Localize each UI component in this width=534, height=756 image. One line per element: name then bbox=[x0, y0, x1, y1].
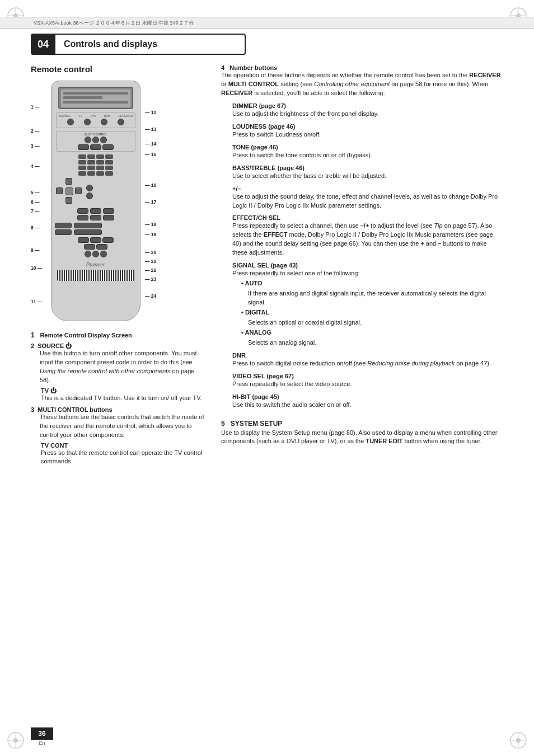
label-5: 5 — bbox=[31, 190, 40, 195]
ff-btn[interactable] bbox=[103, 215, 114, 220]
sys-label: SYS bbox=[91, 114, 96, 118]
remote-labels-left: 1 — 2 — 3 — 4 — 5 — 6 — 7 — 8 — 9 — 10 —… bbox=[31, 81, 46, 321]
side-btn-2[interactable] bbox=[86, 192, 93, 199]
corner-decoration-bl bbox=[4, 729, 27, 752]
tv-vcr-btn[interactable] bbox=[92, 137, 99, 143]
vcr2-btn[interactable] bbox=[85, 137, 91, 143]
video-btn[interactable] bbox=[100, 137, 107, 143]
source-btn[interactable] bbox=[67, 119, 74, 125]
num-btn-15[interactable] bbox=[96, 171, 104, 176]
label-4: 4 — bbox=[31, 163, 40, 169]
signal-sel-bullets: • AUTO If there are analog and digital s… bbox=[232, 279, 503, 348]
dnr-heading: DNR bbox=[232, 352, 503, 359]
remote-screen bbox=[58, 87, 133, 109]
tvcont-subitem-title: TV CONT bbox=[41, 442, 204, 449]
tv-vol-up[interactable] bbox=[55, 223, 72, 228]
tv-label: TV bbox=[79, 114, 82, 118]
dpad-left[interactable] bbox=[56, 187, 63, 194]
tone-heading: TONE (page 46) bbox=[232, 144, 503, 151]
num-btn-10[interactable] bbox=[87, 166, 95, 170]
num-btn-2[interactable] bbox=[87, 154, 95, 159]
dpad-center[interactable] bbox=[65, 187, 73, 195]
tv-btn[interactable] bbox=[84, 119, 91, 125]
sys-btn[interactable] bbox=[101, 119, 107, 125]
surround-btn[interactable] bbox=[84, 244, 95, 250]
play-btn[interactable] bbox=[90, 208, 101, 214]
remote-body: SOURCE TV SYS NAM RECEIVER MU bbox=[51, 81, 140, 321]
num-btn-1[interactable] bbox=[78, 154, 86, 159]
num-btn-16[interactable] bbox=[105, 171, 113, 176]
next-btn[interactable] bbox=[103, 208, 114, 214]
vol-up[interactable] bbox=[74, 223, 102, 228]
main-vol-area bbox=[74, 223, 102, 235]
item-4-header: 4 Number buttons bbox=[221, 64, 503, 71]
corner-decoration-br bbox=[507, 729, 530, 752]
num-btn-11[interactable] bbox=[96, 166, 104, 170]
receiver-btn[interactable] bbox=[118, 119, 124, 125]
chapter-tab: 04 Controls and displays bbox=[31, 34, 246, 55]
mute-btn[interactable] bbox=[102, 237, 114, 243]
multi-control-label: MULTI CONTROL bbox=[59, 133, 133, 136]
dpad-right[interactable] bbox=[75, 187, 82, 194]
dpad-up[interactable] bbox=[65, 178, 72, 185]
remote-setup-btn[interactable] bbox=[96, 244, 107, 250]
num-btn-3[interactable] bbox=[96, 154, 104, 159]
tv-vol-dn[interactable] bbox=[55, 229, 72, 235]
num-grid-2 bbox=[78, 166, 113, 176]
extra-btn-1[interactable] bbox=[85, 251, 91, 257]
rew-btn[interactable] bbox=[77, 215, 88, 220]
tone-text: Press to switch the tone controls on or … bbox=[232, 151, 503, 160]
num-btn-4[interactable] bbox=[105, 154, 113, 159]
num-btn-8[interactable] bbox=[105, 160, 113, 165]
label-17: — 17 bbox=[145, 199, 156, 205]
auto-text: If there are analog and digital signals … bbox=[241, 289, 503, 307]
vcr-btn[interactable] bbox=[78, 144, 89, 150]
num-btn-13[interactable] bbox=[78, 171, 86, 176]
num-btn-6[interactable] bbox=[87, 160, 95, 165]
effect-ch-sel-text: Press repeatedly to select a channel, th… bbox=[232, 222, 503, 257]
num-btn-9[interactable] bbox=[78, 166, 86, 170]
label-10: 10 — bbox=[31, 265, 42, 271]
desc-title-1: Remote Control Display Screen bbox=[40, 332, 132, 339]
mode-row-2 bbox=[55, 244, 137, 250]
mode-btn-1[interactable] bbox=[78, 237, 89, 243]
num-btn-14[interactable] bbox=[87, 171, 95, 176]
label-6: 6 — bbox=[31, 199, 40, 205]
hi-bit-heading: HI-BIT (page 45) bbox=[232, 393, 503, 400]
dpad-down[interactable] bbox=[65, 197, 72, 204]
label-22: — 22 bbox=[145, 267, 156, 273]
num-btn-12[interactable] bbox=[105, 166, 113, 170]
left-column: Remote control 1 — 2 — 3 — 4 — 5 — 6 — 7… bbox=[31, 64, 204, 722]
plus-minus-text: Use to adjust the sound delay, the tone,… bbox=[232, 192, 503, 210]
desc-item-3: 3 MULTI CONTROL buttons These buttons ar… bbox=[31, 406, 204, 467]
desc-subitem-3-tvcont: TV CONT Press so that the remote control… bbox=[31, 442, 204, 467]
num-btn-7[interactable] bbox=[96, 160, 104, 165]
signal-sel-heading: SIGNAL SEL (page 43) bbox=[232, 262, 503, 269]
extra-btn-2[interactable] bbox=[92, 251, 99, 257]
prev-btn[interactable] bbox=[77, 208, 88, 214]
number-buttons-area bbox=[55, 154, 137, 176]
label-24: — 24 bbox=[145, 293, 156, 299]
cd-btn[interactable] bbox=[102, 144, 114, 150]
desc-num-1: 1 bbox=[31, 331, 38, 339]
desc-num-3-header: 3 MULTI CONTROL buttons bbox=[31, 406, 204, 413]
label-15: — 15 bbox=[145, 152, 156, 157]
extra-btn-3[interactable] bbox=[100, 251, 107, 257]
effect-ch-sel-heading: EFFECT/CH SEL bbox=[232, 214, 503, 221]
volume-area bbox=[55, 223, 137, 235]
stop-btn[interactable] bbox=[90, 215, 101, 220]
tv-vol-area bbox=[55, 223, 72, 235]
label-8: 8 — bbox=[31, 225, 40, 231]
vol-dn[interactable] bbox=[74, 229, 102, 235]
num-grid bbox=[78, 154, 113, 165]
right-column: 4 Number buttons The operation of these … bbox=[221, 64, 503, 722]
side-btn-1[interactable] bbox=[86, 185, 93, 191]
item-4-text: The operation of these buttons depends o… bbox=[221, 71, 503, 98]
mode-row-3 bbox=[55, 251, 137, 257]
num-btn-5[interactable] bbox=[78, 160, 86, 165]
mode-btn-2[interactable] bbox=[90, 237, 101, 243]
screen-line-2 bbox=[63, 96, 102, 99]
dvd-btn[interactable] bbox=[90, 144, 101, 150]
remote-screen-inner bbox=[61, 90, 130, 107]
loudness-heading: LOUDNESS (page 46) bbox=[232, 123, 503, 130]
